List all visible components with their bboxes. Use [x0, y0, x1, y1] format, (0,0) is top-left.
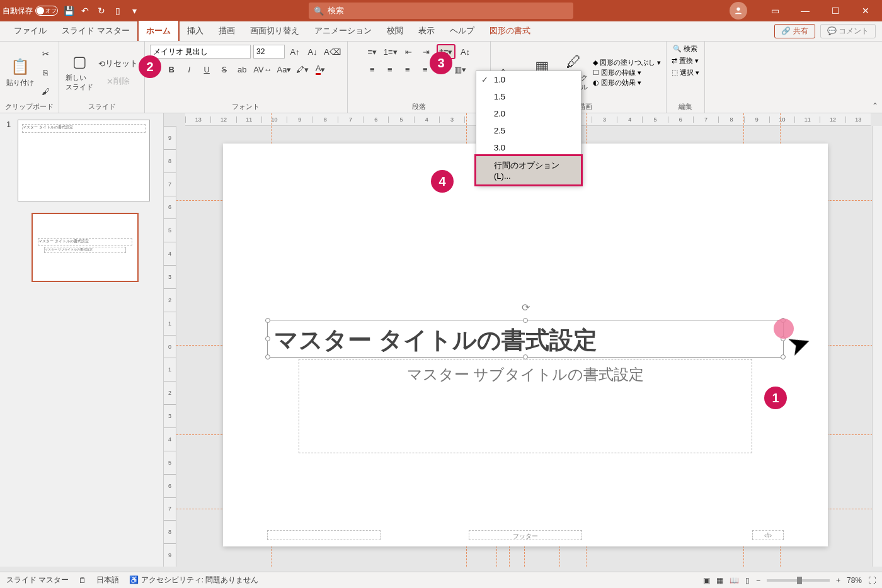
- group-label-clipboard: クリップボード: [5, 101, 54, 111]
- rotate-handle-icon[interactable]: ⟳: [522, 302, 530, 314]
- autosave-toggle[interactable]: 自動保存 オフ: [3, 6, 58, 16]
- font-color-icon[interactable]: A▾: [312, 62, 328, 77]
- shadow-button[interactable]: ab: [234, 62, 249, 77]
- thumbnail-panel: 1 マスター タイトルの書式設定 マスター タイトルの書式設定 マスター サブタ…: [0, 113, 164, 567]
- align-right-icon[interactable]: ≡: [400, 62, 415, 77]
- zoom-slider[interactable]: [767, 579, 830, 582]
- tab-home[interactable]: ホーム: [137, 20, 180, 41]
- layout-thumbnail[interactable]: マスター タイトルの書式設定 マスター サブタイトルの書式設定: [32, 213, 157, 282]
- from-beginning-icon[interactable]: ▯: [112, 5, 123, 16]
- slideshow-view-icon[interactable]: ▯: [745, 576, 750, 585]
- shape-fill-button[interactable]: ◆ 図形の塗りつぶし ▾: [593, 58, 661, 67]
- sorter-view-icon[interactable]: ▦: [716, 576, 723, 585]
- callout-1: 1: [764, 387, 787, 409]
- tab-insert[interactable]: 挿入: [180, 21, 211, 41]
- tab-review[interactable]: 校閲: [379, 21, 411, 41]
- line-spacing-options[interactable]: 行間のオプション(L)...: [474, 154, 583, 186]
- qat-more-icon[interactable]: ▾: [129, 5, 140, 16]
- footer-date-placeholder[interactable]: [267, 530, 381, 540]
- shape-effects-button[interactable]: ◐ 図形の効果 ▾: [593, 78, 661, 88]
- line-spacing-2.0[interactable]: 2.0: [476, 105, 581, 122]
- title-placeholder[interactable]: ⟳ マスター タイトルの書式設定: [267, 320, 784, 358]
- tab-shape-format[interactable]: 図形の書式: [482, 21, 538, 41]
- accessibility-status[interactable]: ♿ アクセシビリティ: 問題ありません: [129, 575, 258, 585]
- tab-slide-master[interactable]: スライド マスター: [54, 21, 137, 41]
- maximize-button[interactable]: ☐: [822, 0, 849, 21]
- zoom-out-button[interactable]: −: [756, 576, 760, 585]
- tab-draw[interactable]: 描画: [211, 21, 243, 41]
- collapse-ribbon-icon[interactable]: ⌃: [872, 101, 878, 110]
- find-button[interactable]: 🔍 検索: [673, 44, 697, 54]
- line-spacing-3.0[interactable]: 3.0: [476, 139, 581, 156]
- line-spacing-1.0[interactable]: 1.0: [476, 71, 581, 88]
- status-language[interactable]: 日本語: [96, 575, 119, 585]
- delete-button[interactable]: ✕ 削除: [97, 74, 139, 89]
- select-button[interactable]: ⬚ 選択 ▾: [672, 68, 699, 77]
- svg-point-0: [736, 8, 740, 11]
- tab-view[interactable]: 表示: [411, 21, 442, 41]
- ribbon-display-icon[interactable]: ▭: [761, 0, 789, 21]
- redo-icon[interactable]: ↻: [96, 5, 107, 16]
- format-painter-icon[interactable]: 🖌: [38, 84, 53, 99]
- undo-icon[interactable]: ↶: [79, 5, 91, 16]
- search-box[interactable]: 🔍 検索: [309, 3, 573, 19]
- copy-icon[interactable]: ⎘: [38, 65, 53, 80]
- group-paragraph: ≡▾ 1≡▾ ⇤ ⇥ ‡≡▾ A↕ ≡ ≡ ≡ ≡ ≡ ▥▾ 段落: [348, 42, 491, 113]
- font-name-input[interactable]: [150, 45, 251, 59]
- zoom-in-button[interactable]: +: [836, 576, 840, 585]
- tab-transitions[interactable]: 画面切り替え: [243, 21, 307, 41]
- change-case-icon[interactable]: Aa▾: [276, 62, 293, 77]
- new-slide-button[interactable]: ▢ 新しい スライド: [64, 47, 94, 98]
- group-editing: 🔍 検索 ⇄ 置換 ▾ ⬚ 選択 ▾ 編集: [667, 42, 705, 113]
- person-icon: [733, 6, 743, 16]
- highlight-icon[interactable]: 🖍▾: [295, 62, 310, 77]
- bullets-icon[interactable]: ≡▾: [365, 44, 380, 59]
- comment-button[interactable]: 💬 コメント: [820, 24, 876, 38]
- subtitle-placeholder[interactable]: マスター サブタイトルの書式設定: [299, 359, 752, 453]
- search-icon: 🔍: [314, 6, 324, 16]
- minimize-button[interactable]: —: [791, 0, 819, 21]
- tab-animations[interactable]: アニメーション: [307, 21, 379, 41]
- paste-button[interactable]: 📋 貼り付け: [5, 47, 35, 98]
- footer-pagenum-placeholder[interactable]: ‹#›: [752, 530, 784, 540]
- fit-to-window-icon[interactable]: ⛶: [868, 576, 876, 585]
- notes-icon[interactable]: 🗒: [79, 576, 86, 585]
- zoom-level[interactable]: 78%: [847, 576, 862, 585]
- normal-view-icon[interactable]: ▣: [703, 576, 710, 585]
- share-button[interactable]: 🔗 共有: [774, 24, 815, 38]
- slide[interactable]: ⟳ マスター タイトルの書式設定 マスター サブタイトルの書式設定 フッター ‹…: [223, 144, 828, 546]
- numbering-icon[interactable]: 1≡▾: [382, 44, 399, 59]
- strike-button[interactable]: S̶: [217, 62, 232, 77]
- master-thumbnail[interactable]: 1 マスター タイトルの書式設定: [6, 120, 157, 201]
- line-spacing-1.5[interactable]: 1.5: [476, 88, 581, 105]
- group-label-font: フォント: [150, 101, 342, 111]
- decrease-indent-icon[interactable]: ⇤: [401, 44, 416, 59]
- clear-format-icon[interactable]: A⌫: [323, 44, 342, 59]
- decrease-font-icon[interactable]: A↓: [305, 44, 320, 59]
- replace-button[interactable]: ⇄ 置換 ▾: [672, 56, 699, 65]
- line-spacing-menu: 1.0 1.5 2.0 2.5 3.0 行間のオプション(L)...: [476, 71, 581, 185]
- tab-file[interactable]: ファイル: [6, 21, 54, 41]
- cut-icon[interactable]: ✂: [38, 46, 53, 61]
- footer-center-placeholder[interactable]: フッター: [469, 530, 582, 540]
- bold-button[interactable]: B: [164, 62, 179, 77]
- italic-button[interactable]: I: [181, 62, 197, 77]
- increase-font-icon[interactable]: A↑: [287, 44, 302, 59]
- reading-view-icon[interactable]: 📖: [730, 576, 739, 585]
- account-avatar[interactable]: [730, 2, 747, 20]
- font-size-input[interactable]: [253, 45, 285, 59]
- line-spacing-2.5[interactable]: 2.5: [476, 122, 581, 139]
- close-button[interactable]: ✕: [852, 0, 879, 21]
- align-left-icon[interactable]: ≡: [365, 62, 380, 77]
- vertical-scrollbar[interactable]: [872, 126, 882, 567]
- shape-outline-button[interactable]: ☐ 図形の枠線 ▾: [593, 68, 661, 77]
- save-icon[interactable]: 💾: [63, 5, 74, 16]
- align-center-icon[interactable]: ≡: [382, 62, 398, 77]
- reset-button[interactable]: ⟲ リセット: [97, 56, 139, 71]
- columns-icon[interactable]: ▥▾: [453, 62, 468, 77]
- tab-help[interactable]: ヘルプ: [442, 21, 482, 41]
- text-direction-icon[interactable]: A↕: [458, 44, 473, 59]
- search-placeholder: 検索: [328, 5, 344, 16]
- char-spacing-icon[interactable]: AV↔: [252, 62, 273, 77]
- underline-button[interactable]: U: [199, 62, 214, 77]
